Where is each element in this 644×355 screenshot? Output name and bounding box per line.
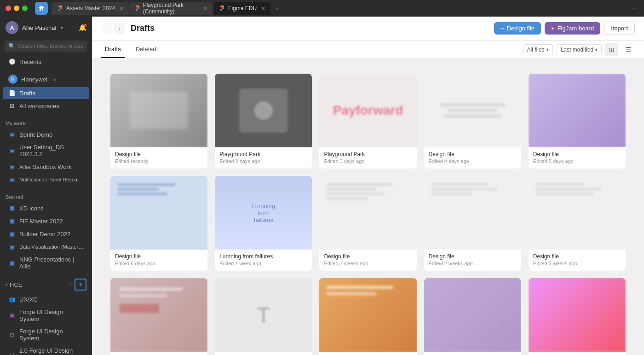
file-name-10: Design file	[533, 253, 621, 260]
figma-file-icon-2: ▣	[8, 147, 16, 154]
sidebar-item-sprint-demo[interactable]: ▣ Sprint Demo	[3, 128, 89, 140]
file-info-8: Design file Edited 2 weeks ago	[319, 250, 416, 271]
sidebar-item-user-setting[interactable]: ▣ User Setting_DS 2022.3.2	[3, 141, 89, 160]
file-info-6: Design file Edited 6 days ago	[110, 250, 207, 271]
file-info-11: Design file Edited 3 weeks ago	[110, 352, 207, 355]
file-meta-8: Edited 2 weeks ago	[324, 261, 412, 266]
file-name-3: Playground Park	[324, 151, 412, 157]
file-card-5[interactable]: Design file Edited 5 days ago	[529, 74, 626, 169]
file-card-12[interactable]: T Design file Edited 1 month ago	[215, 278, 312, 355]
team-icon: 👥	[8, 296, 16, 303]
sidebar-item-data-viz[interactable]: ▣ Data Visualization (Master @ d7854b4)	[3, 241, 89, 253]
more-tabs-button[interactable]: ···	[632, 5, 638, 12]
maximize-button[interactable]	[22, 6, 28, 11]
workspace-chevron-icon: ▾	[53, 77, 56, 82]
add-tab-button[interactable]: +	[271, 3, 282, 14]
sidebar-item-forge-2[interactable]: □ 2.0 Forge UI Design System	[3, 345, 89, 355]
file-card-2[interactable]: Playground Park Edited 2 days ago	[215, 74, 312, 169]
hce-more-button[interactable]: ···	[68, 282, 73, 287]
file-card-7[interactable]: Lurnningfromfailures Lurnning from failu…	[215, 176, 312, 271]
grid-view-button[interactable]: ⊞	[605, 43, 618, 56]
close-button[interactable]	[6, 6, 11, 11]
sidebar-item-builder[interactable]: ▣ Builder Demo 2022	[3, 228, 89, 240]
tab-playground[interactable]: Playground Park (Community) ✕	[130, 2, 213, 15]
file-meta-6: Edited 6 days ago	[115, 261, 203, 266]
figma-file-icon-7: ▣	[8, 230, 16, 238]
tab-assets-label: Assets Master 2024	[66, 5, 115, 12]
forward-button[interactable]: ›	[114, 23, 125, 34]
sidebar-item-all-workspaces[interactable]: ⊞ All workspaces	[3, 100, 89, 112]
hce-header[interactable]: ▾ HCE ··· +	[0, 276, 92, 293]
file-thumb-12: T	[215, 278, 312, 352]
tab-assets[interactable]: Assets Master 2024 ✕	[52, 2, 129, 15]
all-workspaces-label: All workspaces	[19, 103, 59, 110]
search-input[interactable]	[18, 43, 84, 49]
file-card-3[interactable]: Payforward Playground Park Edited 3 days…	[319, 74, 416, 169]
tab-edu[interactable]: Figma EDU ✕	[213, 2, 270, 15]
file-thumb-15	[529, 278, 626, 352]
app: A Allie Paschal ▾ 🔔 🔍 🕐 Recents H Honeyw…	[0, 17, 644, 355]
file-card-11[interactable]: Design file Edited 3 weeks ago	[110, 278, 207, 355]
figjam-button[interactable]: + FigJam board	[545, 22, 600, 35]
file-thumb-11	[110, 278, 207, 352]
file-card-6[interactable]: Design file Edited 6 days ago	[110, 176, 207, 271]
search-bar[interactable]: 🔍	[5, 41, 87, 52]
file-card-8[interactable]: Design file Edited 2 weeks ago	[319, 176, 416, 271]
forge-ui-2-label: Forge UI Design System	[19, 328, 84, 342]
tab-edu-close[interactable]: ✕	[261, 6, 265, 11]
user-header[interactable]: A Allie Paschal ▾ 🔔	[0, 17, 92, 39]
home-button[interactable]	[35, 2, 48, 15]
file-card-9[interactable]: Design file Edited 2 weeks ago	[424, 176, 521, 271]
sidebar-item-drafts[interactable]: 📄 Drafts	[3, 87, 89, 99]
file-name-4: Design file	[429, 151, 517, 157]
notifications-label: Notifications Panel Research | PI:202...	[19, 177, 84, 182]
doc-outline-icon-2: □	[8, 350, 16, 355]
back-button[interactable]: ‹	[101, 23, 112, 34]
tab-playground-close[interactable]: ✕	[203, 6, 207, 11]
import-button[interactable]: Import	[604, 22, 635, 35]
file-meta-9: Edited 2 weeks ago	[429, 261, 517, 266]
sidebar-item-ux-xc[interactable]: 👥 UX/XC	[3, 293, 89, 305]
sidebar-item-allie-sandbox[interactable]: ▣ Allie Sandbox Work	[3, 161, 89, 173]
main-content: ‹ › Drafts + Design file + FigJam board …	[92, 17, 644, 355]
browser-toolbar: Drafts Deleted All files ▾ Last modified…	[92, 41, 644, 59]
sidebar-item-fif[interactable]: ▣ FiF Master 2022	[3, 215, 89, 227]
notification-button[interactable]: 🔔	[79, 24, 86, 31]
list-view-button[interactable]: ☰	[622, 43, 635, 56]
sidebar-item-notifications[interactable]: ▣ Notifications Panel Research | PI:202.…	[3, 174, 89, 186]
browser-tabs: Assets Master 2024 ✕ Playground Park (Co…	[52, 2, 628, 15]
workspace-avatar: H	[8, 75, 17, 84]
sidebar-item-xd-icons[interactable]: ▣ XD Icons	[3, 202, 89, 214]
sidebar-item-recents[interactable]: 🕐 Recents	[3, 56, 89, 68]
file-thumb-13	[319, 278, 416, 352]
tab-assets-close[interactable]: ✕	[120, 6, 123, 11]
figjam-plus-icon: +	[551, 25, 555, 32]
forge-2-label: 2.0 Forge UI Design System	[19, 347, 84, 355]
figma-file-icon-8: ▣	[8, 243, 16, 250]
design-file-button[interactable]: + Design file	[494, 22, 541, 35]
all-files-filter[interactable]: All files ▾	[523, 44, 553, 55]
file-info-5: Design file Edited 5 days ago	[529, 147, 626, 169]
file-card-14[interactable]: Design file Edited 1 month ago	[424, 278, 521, 355]
sort-filter[interactable]: Last modified ▾	[557, 44, 602, 55]
sidebar-item-nng[interactable]: ▣ NNG Presentations | Allie	[3, 254, 89, 272]
file-card-1[interactable]: Design file Edited recently	[110, 74, 207, 169]
files-grid: Design file Edited recently Playground P	[101, 66, 635, 355]
file-card-13[interactable]: Honeywell Forge Edited 1 month ago	[319, 278, 416, 355]
workspace-selector[interactable]: H Honeywell ▾	[3, 72, 89, 86]
tab-link-deleted[interactable]: Deleted	[132, 41, 160, 58]
sidebar-item-forge-ui-1[interactable]: ▣ Forge UI Design System	[3, 306, 89, 325]
file-thumb-6	[110, 176, 207, 250]
file-card-10[interactable]: Design file Edited 2 weeks ago	[529, 176, 626, 271]
hce-add-button[interactable]: +	[75, 279, 86, 291]
file-info-13: Honeywell Forge Edited 1 month ago	[319, 352, 416, 355]
minimize-button[interactable]	[14, 6, 19, 11]
file-card-15[interactable]: Design file Edited 2 months ago	[529, 278, 626, 355]
sidebar-item-forge-ui-2[interactable]: □ Forge UI Design System	[3, 326, 89, 344]
file-card-4[interactable]: Design file Edited 4 days ago	[424, 74, 521, 169]
file-name-5: Design file	[533, 151, 621, 157]
user-chevron-icon: ▾	[61, 25, 63, 30]
file-thumb-2	[215, 74, 312, 147]
data-viz-label: Data Visualization (Master @ d7854b4)	[19, 244, 84, 250]
tab-link-drafts[interactable]: Drafts	[101, 41, 125, 58]
